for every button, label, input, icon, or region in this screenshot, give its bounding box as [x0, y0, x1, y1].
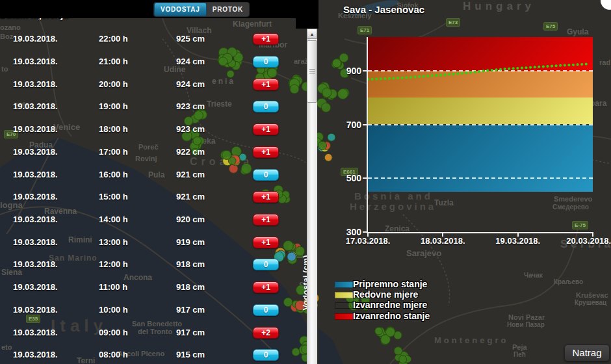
row-time: 15:00 h: [99, 190, 128, 203]
table-row: 19.03.2018.08:00 h915 cm0: [0, 348, 306, 361]
map-label: Пећ: [514, 351, 526, 358]
row-water-level: 923 cm: [176, 100, 205, 113]
map-label: Нови Пазар: [507, 321, 545, 328]
row-date: 19.03.2018.: [13, 78, 58, 91]
table-row: 19.03.2018.22:00 h925 cm+1: [0, 32, 306, 46]
map-station-dot: [319, 82, 329, 92]
map-label: Tuzla: [434, 198, 454, 207]
map-station-dot: [267, 68, 277, 78]
row-date: 19.03.2018.: [13, 123, 58, 136]
map-station-dot: [317, 98, 326, 108]
legend-label: Izvanredne mjere: [353, 300, 427, 310]
scroll-up-icon[interactable]: ▲: [307, 29, 317, 39]
trend-badge: +1: [253, 191, 279, 203]
map-station-dot: [398, 352, 408, 361]
map-station-dot: [385, 327, 395, 337]
row-water-level: 921 cm: [176, 168, 205, 181]
row-time: 08:00 h: [99, 348, 128, 361]
back-button[interactable]: Natrag: [564, 344, 610, 361]
row-water-level: 917 cm: [176, 304, 205, 317]
map-station-dot: [394, 347, 402, 356]
legend-label: Pripremno stanje: [353, 279, 427, 289]
table-row: 19.03.2018.10:00 h917 cm0: [0, 304, 306, 317]
map-station-dot: [322, 86, 331, 95]
map-station-dot: [322, 88, 332, 97]
row-time: 12:00 h: [99, 258, 128, 271]
map-label: Novi Pazar: [508, 313, 545, 321]
map-label: ozano: [0, 23, 21, 31]
row-date: 19.03.2018.: [13, 168, 58, 181]
chart-band-redovne-mjere: [368, 98, 593, 124]
table-row: 19.03.2018.18:00 h923 cm+1: [0, 123, 306, 136]
map-station-dot: [190, 114, 199, 123]
road-badge: E75: [543, 22, 558, 31]
trend-badge: 0: [253, 169, 279, 181]
row-time: 13:00 h: [99, 236, 128, 249]
row-date: 19.03.2018.: [13, 281, 58, 294]
legend-swatch: [335, 292, 354, 298]
map-station-dot: [376, 327, 385, 336]
map-label: Klagenfurt: [233, 20, 272, 29]
map-station-dot: [322, 90, 330, 98]
trend-badge: 0: [253, 349, 279, 361]
tab-protok[interactable]: PROTOK: [207, 3, 249, 16]
map-station-dot: [318, 144, 326, 151]
map-station-dot: [380, 336, 389, 345]
map-station-dot: [320, 142, 328, 150]
map-label: Смедерево: [552, 203, 589, 211]
row-water-level: 924 cm: [176, 55, 205, 68]
map-label: Gyula: [567, 27, 588, 36]
row-date: 19.03.2018.: [13, 213, 58, 226]
scrollbar-thumb[interactable]: [307, 40, 317, 103]
trend-badge: +1: [253, 237, 279, 248]
table-row: 19.03.2018.11:00 h918 cm+1: [0, 281, 306, 294]
gridline-700: [368, 124, 593, 125]
row-water-level: 919 cm: [176, 236, 205, 249]
row-water-level: 925 cm: [176, 32, 205, 46]
row-time: 22:00 h: [99, 32, 128, 46]
legend-swatch: [335, 281, 354, 288]
map-station-dot: [324, 153, 332, 161]
map-station-dot: [318, 141, 326, 150]
map-station-dot: [322, 142, 331, 150]
measure-type-switch: VODOSTAJ PROTOK: [153, 2, 250, 17]
table-row: 19.03.2018.19:00 h923 cm0: [0, 100, 306, 113]
row-date: 19.03.2018.: [13, 326, 58, 339]
row-water-level: 924 cm: [176, 78, 205, 91]
trend-badge: +1: [253, 146, 279, 158]
trend-badge: +1: [253, 79, 279, 90]
map-label: Herzegovina: [350, 201, 436, 212]
map-station-dot: [322, 103, 331, 112]
table-row: 19.03.2018.17:00 h922 cm+1: [0, 146, 306, 159]
x-tick-label: 20.03.2018.: [566, 236, 611, 246]
legend-swatch: [335, 302, 354, 309]
map-label: Чачак: [524, 272, 543, 279]
row-date: 19.03.2018.: [13, 146, 58, 159]
map-station-dot: [328, 133, 335, 141]
map-station-dot: [227, 70, 234, 77]
map-station-dot: [404, 356, 411, 363]
trend-badge: 0: [253, 259, 279, 270]
map-label: Rijeka: [192, 136, 215, 146]
map-label: rad: [599, 58, 610, 66]
map-corner-control[interactable]: [601, 0, 611, 10]
row-time: 09:00 h: [99, 326, 128, 339]
map-station-dot: [339, 53, 348, 62]
sea-patch: [318, 328, 343, 364]
map-station-dot: [384, 330, 392, 338]
chart-band-izvanredne-mjere: [368, 71, 593, 98]
map-station-dot: [261, 68, 268, 75]
y-tick: [363, 177, 368, 179]
row-time: 20:00 h: [99, 78, 128, 91]
row-water-level: 918 cm: [176, 281, 205, 294]
tab-vodostaj[interactable]: VODOSTAJ: [154, 3, 207, 16]
row-water-level: 917 cm: [176, 326, 205, 339]
map-station-dot: [375, 327, 383, 335]
chart-band-izvanredno-stanje: [368, 37, 593, 71]
row-time: 10:00 h: [99, 304, 128, 317]
map-station-dot: [328, 89, 337, 98]
trend-badge: +1: [253, 214, 279, 226]
chart-band-pripremno-stanje: [368, 125, 593, 192]
map-station-dot: [395, 354, 402, 361]
x-axis-line: [367, 232, 593, 233]
